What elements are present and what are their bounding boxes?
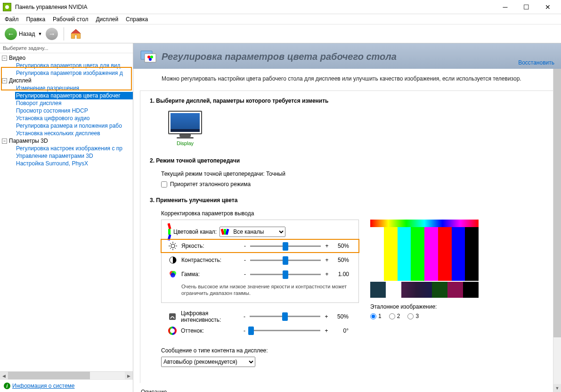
vibrance-icon — [168, 312, 177, 321]
maximize-button[interactable]: ☐ — [516, 0, 537, 14]
section2-title: 2. Режим точной цветопередачи — [150, 157, 547, 164]
header-icon — [140, 48, 157, 65]
tree-item-surround[interactable]: Настройка Surround, PhysX — [15, 160, 133, 167]
color-accuracy-status: Текущий режим точной цветопередачи: Точн… — [161, 171, 547, 177]
page-description: Можно регулировать настройки цвета рабоч… — [133, 69, 561, 90]
tree-item-multi-display[interactable]: Установка нескольких дисплеев — [15, 130, 133, 137]
svg-point-20 — [169, 327, 176, 334]
ref-radio-2[interactable]: 2 — [389, 313, 400, 319]
task-tree: −Видео Регулировка параметров цвета для … — [0, 53, 133, 371]
color-preview — [370, 220, 479, 298]
gamma-icon — [168, 270, 178, 279]
channel-select[interactable]: Все каналы — [220, 227, 285, 237]
svg-point-4 — [150, 56, 153, 58]
menu-display[interactable]: Дисплей — [93, 15, 121, 24]
svg-point-6 — [171, 244, 175, 248]
monitor-icon — [168, 111, 202, 134]
home-button[interactable] — [70, 28, 82, 40]
tree-item-3d-image[interactable]: Регулировка настроек изображения с пр — [15, 145, 133, 152]
system-info-link[interactable]: Информация о системе — [12, 383, 74, 389]
section1-title: 1. Выберите дисплей, параметры которого … — [150, 98, 547, 104]
scroll-down-icon[interactable]: ▼ — [553, 384, 561, 392]
menu-file[interactable]: Файл — [2, 15, 22, 24]
sidebar-scrollbar[interactable]: ◀ ▶ — [0, 371, 133, 379]
content-scrollbar[interactable]: ▲ ▼ — [553, 43, 561, 392]
svg-line-12 — [175, 248, 176, 249]
tree-item-audio[interactable]: Установка цифрового аудио — [15, 114, 133, 122]
output-adjustments-box: Цветовой канал: Все каналы Яркость: — [161, 220, 359, 303]
svg-point-18 — [171, 273, 175, 278]
window-title: Панель управления NVIDIA — [15, 4, 495, 10]
forward-button[interactable]: → — [46, 28, 58, 40]
info-icon: i — [4, 383, 10, 389]
vibrance-slider[interactable] — [250, 316, 320, 317]
menu-edit[interactable]: Правка — [24, 15, 49, 24]
svg-line-13 — [175, 243, 176, 244]
back-arrow-icon: ← — [5, 28, 17, 40]
svg-line-14 — [170, 248, 171, 249]
content-type-select[interactable]: Автовыбор (рекомендуется) — [161, 357, 255, 367]
brightness-slider[interactable] — [250, 245, 321, 247]
ref-radio-3[interactable]: 3 — [407, 313, 419, 319]
menu-desktop[interactable]: Рабочий стол — [50, 15, 91, 24]
tree-item-video-image[interactable]: Регулировка параметров изображения д — [15, 69, 133, 77]
menu-bar: Файл Правка Рабочий стол Дисплей Справка — [0, 14, 561, 24]
contrast-slider[interactable] — [250, 260, 321, 261]
description-heading: Описание — [141, 389, 553, 392]
sidebar-heading: Выберите задачу... — [0, 43, 133, 53]
svg-point-5 — [149, 58, 152, 61]
scroll-left-icon[interactable]: ◀ — [0, 372, 8, 380]
title-bar: Панель управления NVIDIA ─ ☐ ✕ — [0, 0, 561, 14]
svg-point-0 — [5, 5, 9, 9]
scroll-right-icon[interactable]: ▶ — [125, 372, 133, 380]
tree-toggle-icon[interactable]: − — [2, 56, 7, 61]
contrast-icon — [168, 255, 178, 265]
gamma-slider[interactable] — [250, 274, 321, 275]
hue-slider[interactable] — [250, 330, 320, 331]
tree-item-hdcp[interactable]: Просмотр состояния HDCP — [15, 107, 133, 114]
gamma-hint: Очень высокое или низкое значение яркост… — [181, 283, 352, 297]
tree-item-rotate[interactable]: Поворот дисплея — [15, 99, 133, 107]
restore-link[interactable]: Восстановить — [518, 59, 554, 66]
nvidia-icon — [3, 3, 11, 11]
toolbar: ← Назад ▼ → — [0, 24, 561, 43]
ref-radio-1[interactable]: 1 — [370, 313, 382, 319]
minimize-button[interactable]: ─ — [495, 0, 516, 14]
tree-item-resolution[interactable]: Изменение разрешения — [15, 84, 133, 92]
tree-toggle-icon[interactable]: − — [2, 78, 7, 83]
section3-title: 3. Применить улучшения цвета — [150, 197, 547, 204]
tree-item-desktop-color[interactable]: Регулировка параметров цвета рабочег — [15, 92, 133, 99]
hue-icon — [168, 326, 177, 335]
tree-item-size-position[interactable]: Регулировка размера и положения рабо — [15, 122, 133, 130]
back-button[interactable]: ← Назад ▼ — [5, 28, 42, 40]
content-panel: ▲ ▼ Регулировка параметров цвета рабочег… — [133, 43, 561, 392]
svg-point-3 — [147, 56, 150, 58]
tree-toggle-icon[interactable]: − — [2, 139, 7, 144]
svg-line-11 — [170, 243, 171, 244]
tree-item-3d-manage[interactable]: Управление параметрами 3D — [15, 152, 133, 160]
page-title: Регулировка параметров цвета рабочего ст… — [162, 51, 397, 62]
task-sidebar: Выберите задачу... −Видео Регулировка па… — [0, 43, 133, 392]
brightness-icon — [168, 241, 178, 251]
display-selector[interactable]: Display — [164, 111, 206, 146]
priority-checkbox[interactable] — [161, 181, 167, 188]
close-button[interactable]: ✕ — [537, 0, 558, 14]
back-dropdown-icon[interactable]: ▼ — [38, 32, 42, 36]
menu-help[interactable]: Справка — [123, 15, 151, 24]
tree-item-video-color[interactable]: Регулировка параметров цвета для вид — [15, 62, 133, 69]
channel-icon — [168, 223, 171, 240]
content-header: Регулировка параметров цвета рабочего ст… — [133, 43, 561, 69]
